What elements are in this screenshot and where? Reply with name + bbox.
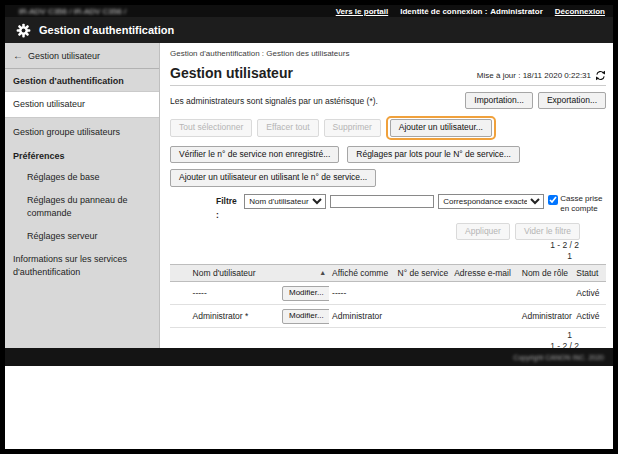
- modify-user-button[interactable]: Modifier...: [282, 286, 329, 301]
- filter-label: Filtre :: [216, 194, 240, 222]
- page-blank-area: [5, 366, 613, 449]
- sidebar-back-link[interactable]: ← Gestion utilisateur: [5, 43, 159, 69]
- add-user-button[interactable]: Ajouter un utilisateur...: [390, 119, 492, 136]
- sidebar-item-auth-service-info[interactable]: Informations sur les services d'authenti…: [5, 248, 159, 284]
- app-title-bar: Gestion d'authentification: [5, 17, 613, 43]
- filter-value-input[interactable]: [330, 195, 434, 208]
- filter-field-select[interactable]: Nom d'utilisateur: [244, 194, 326, 209]
- admin-asterisk-note: Les administrateurs sont signalés par un…: [170, 96, 378, 106]
- gear-icon: [16, 23, 31, 38]
- breadcrumb: Gestion d'authentification : Gestion des…: [170, 49, 606, 58]
- pagination-top: 1 - 2 / 2 1: [170, 240, 606, 262]
- sidebar-item-basic-settings[interactable]: Réglages de base: [5, 166, 159, 189]
- check-unregistered-dept-button[interactable]: Vérifier le n° de service non enregistré…: [170, 146, 339, 163]
- clear-filter-button: Vider le filtre: [515, 223, 580, 240]
- app-title: Gestion d'authentification: [39, 24, 174, 36]
- screenshot-frame: iR-ADV C356 / iR-ADV C356 / Vers le port…: [0, 0, 618, 454]
- header-select-column: [170, 265, 190, 282]
- main-panel: Gestion d'authentification : Gestion des…: [160, 43, 613, 348]
- pagination-page-number[interactable]: 1: [170, 330, 579, 341]
- login-label: Identité de connexion :: [400, 7, 487, 16]
- table-row: ----- Modifier... ----- Activé: [170, 282, 606, 305]
- add-user-by-dept-button[interactable]: Ajouter un utilisateur en utilisant le n…: [170, 169, 376, 186]
- row-select-cell: [170, 305, 190, 328]
- case-sensitive-label: Casse prise en compte: [560, 194, 606, 214]
- apply-filter-button: Appliquer: [456, 223, 510, 240]
- sidebar-item-group-management[interactable]: Gestion groupe utilisateurs: [5, 121, 159, 144]
- sidebar-section-preferences: Préférences: [5, 144, 159, 166]
- sidebar-item-control-panel-settings[interactable]: Réglages du panneau de commande: [5, 189, 159, 225]
- header-role-name: Nom de rôle: [519, 265, 574, 282]
- header-displayed-as: Affiché comme: [329, 265, 394, 282]
- row-role-name: [519, 282, 574, 305]
- row-displayed-as: -----: [329, 282, 394, 305]
- batch-dept-settings-button[interactable]: Réglages par lots pour le N° de service.…: [347, 146, 520, 163]
- filter-section: Filtre : Nom d'utilisateur Correspondanc…: [170, 194, 606, 240]
- sidebar-item-user-management[interactable]: Gestion utilisateur: [5, 91, 159, 118]
- delete-button: Supprimer: [324, 119, 381, 136]
- pagination-bottom: 1 1 - 2 / 2: [170, 330, 606, 348]
- row-dept-id: [395, 305, 452, 328]
- pagination-range: 1 - 2 / 2: [550, 240, 579, 250]
- portal-link[interactable]: Vers le portail: [336, 7, 388, 16]
- footer-bar: Copyright CANON INC. 2020: [5, 348, 613, 366]
- select-all-button: Tout sélectionner: [170, 119, 252, 136]
- row-user-name: -----: [190, 282, 279, 305]
- header-status: Statut: [573, 265, 606, 282]
- row-status: Activé: [573, 282, 606, 305]
- row-email: [451, 282, 519, 305]
- table-header-row: Nom d'utilisateur ▲ Affiché comme N° de …: [170, 265, 606, 282]
- row-email: [451, 305, 519, 328]
- row-user-name: Administrator *: [190, 305, 279, 328]
- sidebar-back-label: Gestion utilisateur: [28, 51, 100, 61]
- login-identity: Identité de connexion : Administrator: [400, 7, 543, 16]
- row-dept-id: [395, 282, 452, 305]
- device-name: iR-ADV C356 / iR-ADV C356 /: [19, 7, 126, 16]
- session-bar: iR-ADV C356 / iR-ADV C356 / Vers le port…: [5, 5, 613, 17]
- last-updated-text: Mise à jour : 18/11 2020 0:22:31: [477, 71, 591, 80]
- import-button[interactable]: Importation...: [465, 92, 533, 109]
- sidebar-section-authentication: Gestion d'authentification: [5, 69, 159, 91]
- clear-all-button: Effacer tout: [257, 119, 318, 136]
- export-button[interactable]: Exportation...: [538, 92, 606, 109]
- row-status: Activé: [573, 305, 606, 328]
- page-title: Gestion utilisateur: [170, 65, 293, 81]
- refresh-icon[interactable]: [595, 70, 606, 81]
- browser-page: iR-ADV C356 / iR-ADV C356 / Vers le port…: [5, 5, 613, 449]
- add-user-callout-highlight: Ajouter un utilisateur...: [386, 116, 496, 139]
- header-user-name[interactable]: Nom d'utilisateur ▲: [190, 265, 330, 282]
- sort-ascending-icon[interactable]: ▲: [319, 269, 326, 276]
- logout-link[interactable]: Déconnexion: [555, 7, 605, 16]
- case-sensitive-checkbox[interactable]: [548, 195, 558, 205]
- sidebar-item-server-settings[interactable]: Réglages serveur: [5, 225, 159, 248]
- copyright-text: Copyright CANON INC. 2020: [513, 354, 604, 361]
- header-dept-id: N° de service: [395, 265, 452, 282]
- row-select-cell: [170, 282, 190, 305]
- users-table: Nom d'utilisateur ▲ Affiché comme N° de …: [170, 264, 606, 328]
- table-row: Administrator * Modifier... Administrato…: [170, 305, 606, 328]
- sidebar: ← Gestion utilisateur Gestion d'authenti…: [5, 43, 160, 348]
- back-arrow-icon: ←: [13, 50, 23, 61]
- row-displayed-as: Administrator: [329, 305, 394, 328]
- login-user: Administrator: [490, 7, 542, 16]
- header-email: Adresse e-mail: [451, 265, 519, 282]
- pagination-range: 1 - 2 / 2: [550, 341, 579, 348]
- row-role-name: Administrator: [519, 305, 574, 328]
- modify-user-button[interactable]: Modifier...: [282, 309, 329, 324]
- pagination-page-number[interactable]: 1: [170, 251, 579, 262]
- filter-match-select[interactable]: Correspondance exacte: [438, 194, 544, 209]
